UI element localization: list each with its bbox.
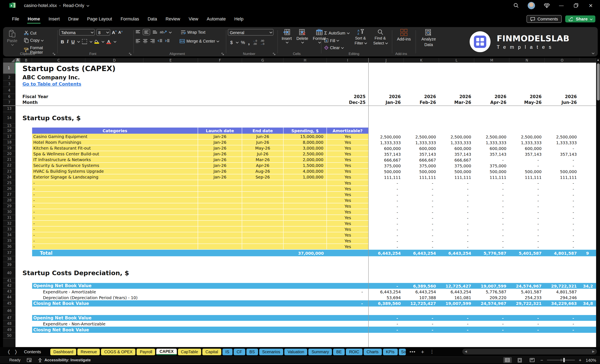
cell-nbv-label[interactable]: Closing Net Book Value <box>32 327 327 333</box>
cell-end-date[interactable] <box>242 198 283 203</box>
cell-dep-month-value[interactable]: - <box>404 327 439 333</box>
cell-month-value[interactable]: - <box>439 186 474 192</box>
cell-month-value[interactable]: - <box>369 232 404 238</box>
cell-end-date[interactable] <box>242 209 283 215</box>
cell-month-value[interactable]: - <box>509 163 544 169</box>
column-header-J[interactable]: J <box>369 58 404 63</box>
cell-launch-date[interactable] <box>198 186 242 192</box>
cell-month-value[interactable]: - <box>369 186 404 192</box>
cell-month-value[interactable]: 111,111 <box>439 174 474 180</box>
cell-spending[interactable]: 2,500,000 <box>284 151 327 157</box>
row-header-13[interactable]: 13 <box>3 106 16 112</box>
cell-month-value[interactable]: - <box>474 232 509 238</box>
zoom-out-button[interactable]: − <box>540 357 543 363</box>
cell-month-value[interactable]: 375,000 <box>369 163 404 169</box>
cell-section-title[interactable]: Startup Costs Depreciation, $ <box>20 268 327 278</box>
cell-category[interactable]: Exterior Signage & Landscaping <box>32 174 198 180</box>
underline-button[interactable]: U <box>71 39 75 44</box>
cell-end-date[interactable] <box>242 244 283 250</box>
title-chevron-down-icon[interactable] <box>86 4 89 6</box>
comma-format-button[interactable]: , <box>248 39 250 46</box>
cell-spending[interactable]: 15,000,000 <box>284 134 327 139</box>
cell-category[interactable]: - <box>32 244 198 250</box>
cell-dep-month-value[interactable]: - <box>369 315 404 321</box>
table-header-amortizable[interactable]: Amortizable? <box>327 127 369 134</box>
cell-launch-date[interactable] <box>198 221 242 227</box>
paste-button[interactable]: Paste <box>5 29 20 55</box>
cell-amortizable[interactable]: Yes <box>327 209 369 215</box>
cell-dep-month-value[interactable]: 19,007,599 <box>439 300 474 307</box>
cell-month-value[interactable]: - <box>474 203 509 209</box>
cell-amortizable[interactable]: Yes <box>327 139 369 145</box>
row-header-44[interactable]: 44 <box>3 295 16 300</box>
cell-amortizable[interactable]: Yes <box>327 157 369 163</box>
increase-indent-button[interactable] <box>165 39 170 43</box>
sheet-tab-kpis[interactable]: KPIs <box>383 348 398 355</box>
cell-month-value[interactable]: 357,143 <box>404 151 439 157</box>
cell-end-date[interactable]: Aug-26 <box>242 169 283 174</box>
page-break-view-button[interactable] <box>528 357 536 363</box>
cell-month-value[interactable]: - <box>545 192 580 198</box>
find-select-button[interactable]: Find & Select <box>371 29 389 50</box>
row-header-6[interactable]: 6 <box>3 94 16 100</box>
cell-spending[interactable] <box>284 198 327 203</box>
cell-month-value[interactable]: - <box>404 232 439 238</box>
column-header-G[interactable]: G <box>242 58 283 63</box>
cell-period-value[interactable]: 2026 <box>439 94 474 100</box>
underline-chevron-icon[interactable] <box>77 40 80 43</box>
cell-launch-date[interactable]: Jan-26 <box>198 157 242 163</box>
cell-month-value[interactable]: 500,000 <box>509 169 544 174</box>
cell-month-value[interactable]: - <box>545 227 580 232</box>
decrease-decimal-button[interactable]: .00→0 <box>260 39 264 46</box>
macro-record-icon[interactable] <box>27 358 32 362</box>
cell-month-value[interactable]: - <box>439 232 474 238</box>
bold-button[interactable]: B <box>61 39 64 44</box>
sheet-menu-button[interactable]: ⋮ <box>430 349 434 355</box>
cell-month-value[interactable]: 500,000 <box>404 169 439 174</box>
cell-month-value[interactable]: - <box>439 221 474 227</box>
cell-spending[interactable] <box>284 209 327 215</box>
cell-dep-month-value[interactable]: 6,443,254 <box>404 289 439 295</box>
font-family-select[interactable]: Tahoma <box>59 29 95 36</box>
cell-month-value[interactable]: - <box>509 186 544 192</box>
cell-month-value[interactable]: - <box>474 192 509 198</box>
orientation-chevron-icon[interactable] <box>169 30 172 33</box>
cell-month-value[interactable]: - <box>369 198 404 203</box>
cell-dep-month-value[interactable]: 29,722,321 <box>545 283 580 289</box>
cell-amortizable[interactable]: Yes <box>327 174 369 180</box>
cell-month-value[interactable]: - <box>369 209 404 215</box>
cell-dep-month-value[interactable]: - <box>369 327 404 333</box>
cell-category[interactable]: - <box>32 215 198 221</box>
cell-month-value[interactable]: - <box>404 203 439 209</box>
cell-end-date[interactable]: May-26 <box>242 146 283 151</box>
cell-category[interactable]: Security & Surveillance Systems <box>32 163 198 169</box>
align-right-button[interactable] <box>150 39 155 43</box>
cell-month-value[interactable]: - <box>474 227 509 232</box>
cell-end-date[interactable] <box>242 227 283 232</box>
row-header-2[interactable]: 2 <box>3 74 16 81</box>
cell-month-value[interactable]: - <box>509 215 544 221</box>
increase-font-button[interactable]: A˄ <box>112 29 117 35</box>
align-bottom-button[interactable] <box>152 30 157 34</box>
cell-category[interactable]: - <box>32 186 198 192</box>
cell-amortizable[interactable]: Yes <box>327 198 369 203</box>
cell-month-value[interactable]: - <box>404 215 439 221</box>
font-dialog-launcher[interactable] <box>129 53 132 55</box>
cell-nbv-label[interactable]: Opening Net Book Value <box>32 315 327 321</box>
sheet-tab-charts[interactable]: Charts <box>364 348 382 355</box>
cell-period-value[interactable]: Jun-26 <box>545 100 580 106</box>
more-sheets-button[interactable]: ••• <box>410 349 416 355</box>
row-header-31[interactable]: 31 <box>3 215 16 221</box>
horizontal-scrollbar[interactable]: ◀ ▶ <box>462 349 597 355</box>
restore-button[interactable] <box>573 2 579 9</box>
cell-amortizable[interactable]: Yes <box>327 227 369 232</box>
cell-month-value[interactable]: - <box>474 238 509 244</box>
row-header-20[interactable]: 20 <box>3 151 16 157</box>
cell-dep-month-value[interactable]: - <box>474 321 509 327</box>
cell-category[interactable]: - <box>32 180 198 186</box>
cell-amortizable[interactable]: Yes <box>327 180 369 186</box>
table-header-spending[interactable]: Spending, $ <box>284 127 327 134</box>
cell-end-date[interactable] <box>242 180 283 186</box>
cell-category[interactable]: - <box>32 221 198 227</box>
cell-period-value[interactable]: Mar-26 <box>439 100 474 106</box>
